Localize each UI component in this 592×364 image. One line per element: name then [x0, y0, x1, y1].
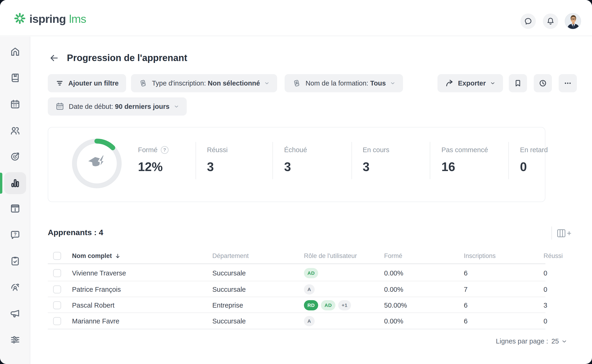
export-button[interactable]: Exporter: [437, 74, 503, 92]
learner-enrollments: 6: [464, 317, 468, 325]
graduation-cap-icon: [86, 154, 107, 174]
table-header-row: Nom complet Département Rôle de l'utilis…: [48, 248, 545, 264]
home-icon: [10, 46, 21, 57]
info-window-icon: [10, 203, 21, 214]
export-label: Exporter: [458, 79, 486, 87]
manage-columns-button[interactable]: [557, 229, 572, 238]
column-header-role[interactable]: Rôle de l'utilisateur: [304, 252, 357, 260]
sidebar-item-goals[interactable]: [8, 149, 23, 164]
table-bottom-border: [48, 329, 545, 329]
stat-label-passed: Réussi: [207, 146, 228, 154]
column-header-passed[interactable]: Réussi: [544, 252, 563, 260]
stat-divider: [351, 142, 352, 179]
sidebar-item-settings[interactable]: [8, 332, 23, 347]
ellipsis-icon: [563, 79, 572, 88]
sidebar-item-help[interactable]: ?: [8, 227, 23, 242]
learner-name[interactable]: Marianne Favre: [72, 317, 119, 325]
users-icon: [10, 125, 21, 136]
chat-button[interactable]: [520, 13, 536, 29]
column-header-enrollments[interactable]: Inscriptions: [464, 252, 496, 260]
table-row[interactable]: Marianne Favre Succursale A 0.00% 6 0: [48, 313, 545, 329]
enrollment-type-filter[interactable]: Type d'inscription: Non sélectionné: [131, 74, 277, 92]
stat-label-overdue: En retard: [520, 146, 548, 154]
enrollment-badge-icon: [138, 78, 148, 88]
row-checkbox[interactable]: [53, 286, 61, 293]
observer-person-icon: [10, 281, 21, 293]
stat-label-failed: Échoué: [284, 146, 307, 154]
chevron-down-icon: [264, 80, 270, 86]
learner-trained: 50.00%: [384, 302, 407, 309]
learner-enrollments: 7: [464, 286, 468, 293]
back-button[interactable]: [49, 53, 59, 63]
learner-passed: 3: [544, 302, 547, 309]
sidebar-item-reports[interactable]: [8, 176, 23, 191]
rows-per-page-control[interactable]: Lignes par page : 25: [496, 338, 567, 345]
more-actions-button[interactable]: [559, 74, 577, 92]
sidebar-item-users[interactable]: [8, 123, 23, 138]
learner-passed: 0: [544, 286, 547, 293]
chat-icon: [523, 17, 533, 26]
learner-name[interactable]: Pascal Robert: [72, 302, 114, 309]
help-icon[interactable]: ?: [161, 146, 169, 154]
column-header-trained[interactable]: Formé: [384, 252, 402, 260]
row-checkbox[interactable]: [53, 269, 61, 277]
settings-sliders-icon: [10, 334, 21, 345]
sidebar-item-tasks[interactable]: [8, 254, 23, 268]
sidebar-item-info[interactable]: [8, 201, 23, 216]
enrollment-filter-label: Type d'inscription:: [152, 79, 206, 87]
stat-value-not-started: 16: [442, 160, 455, 174]
learner-name[interactable]: Vivienne Traverse: [72, 269, 126, 277]
learner-name[interactable]: Patrice François: [72, 286, 121, 293]
role-badges: AD: [304, 268, 318, 278]
table-row[interactable]: Vivienne Traverse Succursale AD 0.00% 6 …: [48, 265, 545, 281]
learner-department: Succursale: [212, 269, 246, 277]
announcements-megaphone-icon: [10, 308, 21, 319]
add-filter-label: Ajouter un filtre: [68, 79, 119, 87]
calendar-icon: [55, 102, 65, 111]
role-badge: RD: [304, 300, 318, 310]
learner-trained: 0.00%: [384, 286, 403, 293]
tasks-clipboard-icon: [10, 255, 21, 266]
row-checkbox[interactable]: [53, 301, 61, 309]
course-filter-label: Nom de la formation:: [306, 79, 368, 87]
sidebar-item-courses[interactable]: [8, 71, 23, 85]
course-badge-icon: [292, 78, 301, 88]
sort-desc-icon: [115, 253, 121, 259]
select-all-checkbox[interactable]: [53, 252, 61, 260]
bookmark-button[interactable]: [509, 74, 527, 92]
sidebar-item-home[interactable]: [8, 44, 23, 59]
learner-department: Succursale: [212, 286, 246, 293]
learner-department: Entreprise: [212, 302, 243, 309]
app-window: ispring lms: [0, 0, 592, 364]
add-filter-button[interactable]: Ajouter un filtre: [48, 74, 126, 92]
history-button[interactable]: [534, 74, 552, 92]
svg-text:?: ?: [14, 232, 17, 237]
stat-value-in-progress: 3: [363, 160, 369, 174]
learners-heading: Apprenants : 4: [48, 228, 103, 237]
learner-trained: 0.00%: [384, 269, 403, 277]
start-date-filter[interactable]: Date de début: 90 derniers jours: [48, 98, 187, 116]
table-row[interactable]: Patrice François Succursale A 0.00% 7 0: [48, 281, 545, 298]
table-row[interactable]: Pascal Robert Entreprise RD AD +1 50.00%…: [48, 297, 545, 313]
sidebar-item-announcements[interactable]: [8, 306, 23, 321]
stat-value-overdue: 0: [520, 160, 527, 174]
role-badges: A: [304, 284, 315, 295]
clock-icon: [538, 79, 547, 88]
role-badge-more[interactable]: +1: [338, 300, 351, 310]
sidebar-item-calendar[interactable]: [8, 97, 23, 112]
chevron-down-icon: [490, 80, 495, 86]
export-arrow-icon: [445, 79, 454, 88]
toolbar-divider: [552, 227, 552, 240]
column-header-department[interactable]: Département: [212, 252, 249, 260]
row-checkbox[interactable]: [53, 317, 61, 325]
notifications-button[interactable]: [543, 13, 558, 29]
course-name-filter[interactable]: Nom de la formation: Tous: [285, 74, 403, 92]
brand-logo[interactable]: ispring lms: [13, 12, 86, 26]
goals-target-icon: [10, 151, 21, 162]
role-badge: AD: [321, 300, 335, 310]
column-header-name[interactable]: Nom complet: [72, 252, 121, 260]
user-avatar[interactable]: [565, 13, 581, 29]
sidebar-item-observer[interactable]: [8, 280, 23, 295]
stat-value-failed: 3: [284, 160, 291, 174]
learner-passed: 0: [544, 317, 547, 325]
